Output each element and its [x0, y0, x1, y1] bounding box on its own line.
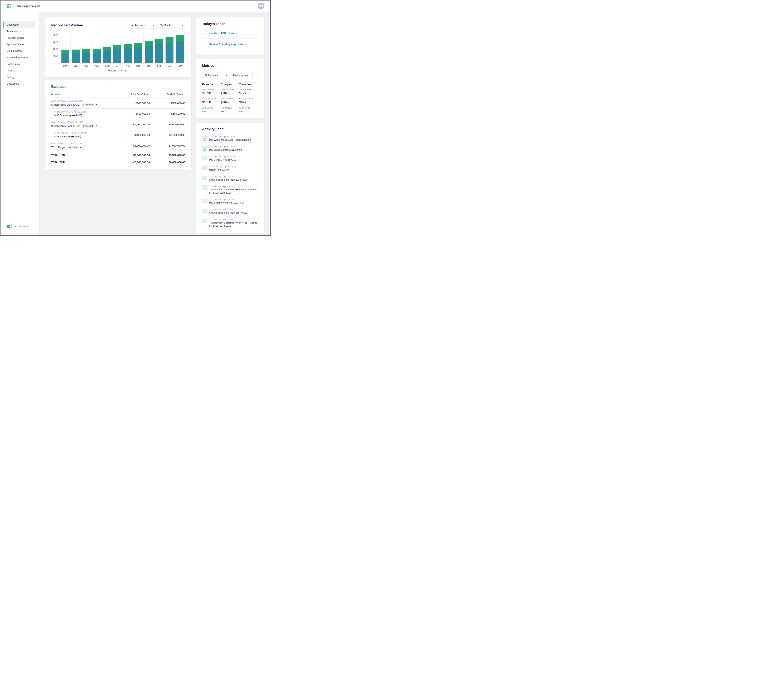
activity-description: Pay Berge Group $500.00 — [209, 158, 236, 162]
metric-this-period-value: $72K — [239, 91, 258, 95]
metrics-filters: All Accounts ▾ Month-to-Date ▾ — [202, 72, 258, 79]
account-cell: As of 12:00 AM UTC, Apr 30, 2020Silicon … — [51, 121, 115, 128]
activity-text-block: 12:00 AM UTC, Apr 30, 2020Return for $50… — [209, 165, 236, 172]
metric-column-charges: ChargesTHIS PERIOD$182KLAST PERIOD$169K%… — [221, 83, 239, 113]
activity-item[interactable]: →7:01 PM UTC, Mar 1, 2020Charge Bagel Fa… — [202, 208, 258, 215]
activity-item[interactable]: →7:01 PM UTC, Apr 1, 2020Pay Sesame Vend… — [202, 198, 258, 205]
collapse-triangle-icon[interactable]: ▼ — [96, 104, 98, 106]
account-name: TOTAL USD — [51, 154, 65, 157]
metric-name: Charges — [221, 83, 239, 86]
activity-item[interactable]: ✕12:00 AM UTC, Apr 30, 2020Return for $5… — [202, 165, 258, 172]
activity-item[interactable]: →7:04 PM UTC, Apr 30, 2020Pay White, Mag… — [202, 136, 258, 142]
metric-column-transfers: TransfersTHIS PERIOD$72KLAST PERIOD$67K%… — [239, 83, 258, 113]
sidebar-item-payment-orders[interactable]: Payment Orders — [3, 35, 35, 41]
task-checkbox[interactable] — [202, 31, 207, 35]
bar-segment-usd — [103, 47, 111, 51]
account-count-badge[interactable]: 1 Account — [66, 146, 79, 149]
task-checkbox[interactable] — [202, 42, 207, 46]
sidebar-item-dashboard[interactable]: Dashboard — [3, 21, 35, 28]
legend-dot — [121, 70, 122, 71]
sidebar-item-returns[interactable]: Returns — [3, 67, 35, 74]
sidebar-item-expected-payments[interactable]: Expected Payments — [3, 54, 35, 61]
available-balance: $3,000,000.00 — [150, 144, 185, 147]
chart-bar-slot: Jul — [81, 34, 91, 63]
chart-bar-slot: Nov — [123, 34, 133, 63]
collapse-triangle-icon[interactable]: ▼ — [96, 125, 98, 127]
stacked-bar — [72, 50, 80, 63]
activity-text-block: 7:01 PM UTC, Apr 1, 2020Pay Sesame Vendo… — [209, 198, 244, 205]
chart-bar-slot: Jan — [144, 34, 154, 63]
stacked-bar — [124, 44, 132, 63]
bar-segment-usd — [134, 43, 142, 47]
metric-row-label: LAST PERIOD — [202, 98, 221, 100]
prior-day-balance: €8,000,000.00 — [115, 134, 150, 136]
prior-day-balance: $500,000.00 — [115, 102, 150, 104]
bar-segment-eur — [124, 48, 132, 63]
account-cell: As of 12:00 AM UTC, Apr 30, 2020SVB Oper… — [51, 111, 115, 117]
toggle-knob — [10, 225, 12, 228]
as-of-timestamp: As of 12:00 AM UTC, Apr 30, 2020 — [54, 132, 115, 134]
sidebar-item-paper-items[interactable]: Paper Items — [3, 61, 35, 67]
account-count-badge[interactable]: 1 Account — [82, 103, 94, 106]
payment-icon: → — [202, 199, 207, 203]
legend-dot — [108, 70, 110, 71]
activity-timestamp: 7:04 PM UTC, Apr 30, 2020 — [209, 156, 236, 158]
stacked-bar — [134, 43, 142, 63]
sidebar: DashboardTransactionsPayment OrdersAppro… — [0, 12, 39, 235]
legend-item: USD — [121, 69, 128, 72]
account-name-line: Silicon Valley Bank (USD)1 Account▼ — [51, 103, 115, 106]
activity-item[interactable]: →7:01 PM UTC, Mar 1, 2020Transfer from O… — [202, 218, 258, 228]
account-name-line: SVB Operating (••• 4445) — [54, 114, 115, 117]
activity-item[interactable]: →7:04 PM UTC, Apr 30, 2020Pay Berge Grou… — [202, 156, 258, 162]
activity-item[interactable]: →7:04 PM UTC, Apr 30, 2020Pay Jones-Gorc… — [202, 146, 258, 152]
sidebar-item-counterparties[interactable]: Counterparties — [3, 48, 35, 54]
task-link[interactable]: Handle 1 ACH return→ — [209, 32, 238, 35]
stacked-bar — [93, 49, 101, 63]
sidebar-item-approval-queue[interactable]: Approval Queue — [3, 41, 35, 48]
activity-description: Pay Sesame Vendor $108,945.14 — [209, 201, 244, 205]
available-balance: €8,000,000.00 — [150, 134, 185, 136]
period-filter-dropdown[interactable]: By Month ▾ — [158, 22, 185, 29]
activity-item[interactable]: →7:01 PM UTC, Apr 1, 2020Charge Bagel Fa… — [202, 175, 258, 181]
as-of-timestamp: As of 12:00 AM UTC, Apr 30, 2020 — [54, 111, 115, 113]
x-axis-label: Jul — [81, 64, 91, 67]
activity-timestamp: 7:04 PM UTC, Apr 30, 2020 — [209, 136, 251, 138]
chart-bar-slot: Mar — [164, 34, 175, 63]
balances-column-header: Prior Day Balance — [115, 93, 150, 95]
sidebar-item-settings[interactable]: Settings — [3, 74, 35, 80]
task-link[interactable]: Review 3 pending approvals→ — [209, 43, 247, 46]
activity-feed-card: Activity Feed →7:04 PM UTC, Apr 30, 2020… — [196, 122, 264, 233]
x-axis-label: Mar — [164, 64, 175, 67]
company-logo-icon[interactable] — [6, 4, 11, 8]
chart-bar-slot: Sep — [102, 34, 112, 63]
todays-tasks-title: Today's Tasks — [202, 22, 258, 26]
bar-segment-usd — [114, 45, 121, 49]
activity-timestamp: 7:01 PM UTC, Mar 1, 2020 — [209, 208, 247, 211]
balances-card: Balances AccountPrior Day BalanceAvailab… — [45, 80, 192, 170]
x-axis-label: Apr — [175, 64, 185, 67]
accounts-filter-dropdown[interactable]: All Accounts ▾ — [129, 22, 156, 29]
expand-triangle-icon[interactable]: ▶ — [80, 146, 82, 148]
account-count-badge[interactable]: 1 Account — [82, 124, 94, 128]
activity-item[interactable]: →7:01 PM UTC, Apr 1, 2020Transfer from O… — [202, 185, 258, 194]
sidebar-item-developers[interactable]: Developers — [3, 80, 35, 87]
chevron-down-icon: ▾ — [151, 22, 156, 28]
metrics-period-dropdown[interactable]: Month-to-Date ▾ — [231, 72, 258, 79]
available-balance: $3,500,000.00 — [150, 154, 185, 157]
prior-day-balance: $3,000,000.00 — [115, 144, 150, 147]
arrow-up-icon: ▲ — [225, 111, 227, 113]
avatar[interactable]: MM — [258, 3, 264, 9]
sidebar-item-transactions[interactable]: Transactions — [3, 28, 35, 35]
main-content: Reconciled Volume All Accounts ▾ By Mont… — [39, 12, 270, 235]
metrics-accounts-dropdown[interactable]: All Accounts ▾ — [202, 72, 229, 79]
metric-row-label: LAST PERIOD — [221, 98, 239, 100]
app-window: Bagels International MM DashboardTransac… — [0, 0, 271, 236]
metric-row-label: % CHANGE — [239, 107, 258, 109]
live-mode-toggle[interactable] — [7, 225, 12, 228]
task-item: Review 3 pending approvals→ — [202, 38, 258, 50]
chevron-down-icon: ▾ — [252, 72, 258, 78]
activity-feed-title: Activity Feed — [202, 127, 258, 131]
sidebar-nav: DashboardTransactionsPayment OrdersAppro… — [0, 21, 39, 87]
legend-item: EUR — [108, 69, 116, 72]
bar-segment-usd — [72, 50, 80, 53]
